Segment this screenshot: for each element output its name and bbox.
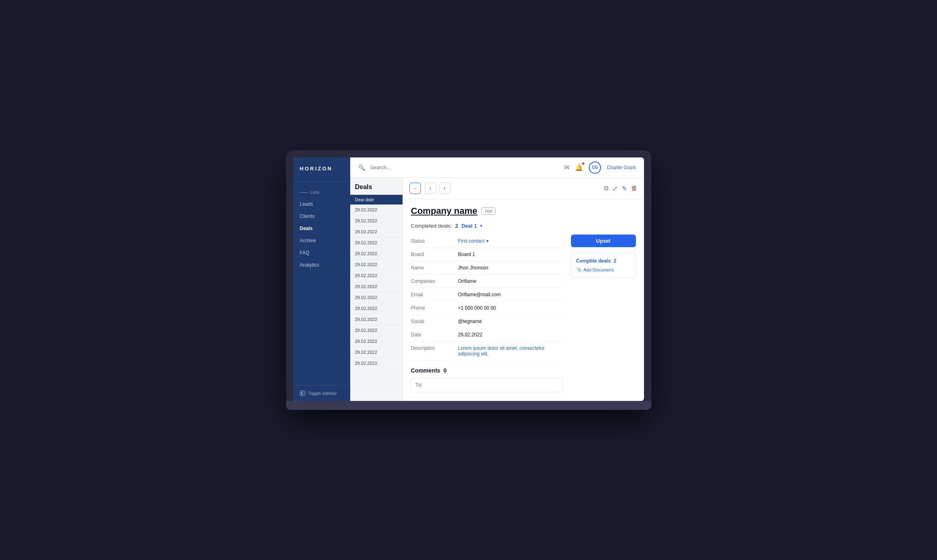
sidebar-item-leads[interactable]: Leads — [293, 198, 350, 210]
status-value[interactable]: First contact ▾ — [458, 238, 563, 244]
board-field-row: Board Board 1 — [411, 248, 563, 261]
search-input[interactable] — [370, 164, 560, 170]
deal-date-item[interactable]: 29.02.2022 — [350, 358, 403, 369]
add-document-button[interactable]: 📎 Add Documens — [576, 267, 631, 272]
svg-rect-1 — [301, 392, 302, 395]
date-field-row: Date 29.02.2022 — [411, 328, 563, 342]
name-field-row: Name Jhon Jhonson — [411, 261, 563, 275]
completed-deals-label: Completed deals: — [411, 223, 452, 229]
detail-actions: ⧉ ⤢ ✎ 🗑 — [604, 185, 638, 192]
phone-label: Phone — [411, 305, 452, 311]
phone-value: +1 000 000 00 00 — [458, 305, 563, 311]
sidebar-nav: Lists Leads Clients Deals Archive FAQ An… — [293, 182, 350, 385]
notifications-icon[interactable]: 🔔 — [575, 164, 583, 171]
comments-section: Comments 0 — [411, 367, 563, 392]
detail-fields: Status First contact ▾ Board — [411, 235, 563, 392]
description-field-row: Description Lorem ipsum dolor sit amet, … — [411, 342, 563, 361]
sidebar-item-analytics[interactable]: Analytics — [293, 259, 350, 271]
sidebar-item-deals[interactable]: Deals — [293, 222, 350, 235]
board-label: Board — [411, 252, 452, 257]
complite-deals-title: Complite deals 2 — [576, 258, 631, 264]
deals-title: Deals — [350, 178, 403, 195]
deal-date-item[interactable]: 29.02.2022 — [350, 237, 403, 248]
deal-date-item[interactable]: 29.02.2022 — [350, 248, 403, 259]
deal-date-item[interactable]: 29.02.2022 — [350, 215, 403, 226]
deal-date-item[interactable]: 29.02.2022 — [350, 259, 403, 270]
header: 🔍 ✉ 🔔 CG Charlie Grant — [350, 157, 644, 178]
app-logo: HORIZON — [293, 157, 350, 182]
toggle-sidebar-icon — [300, 390, 306, 396]
board-value: Board 1 — [458, 252, 563, 257]
search-icon: 🔍 — [358, 164, 365, 171]
date-label: Date — [411, 332, 452, 338]
user-name[interactable]: Charlie Grant — [607, 165, 635, 170]
navigate-next-button[interactable]: › — [439, 183, 450, 194]
social-field-row: Social @tegname — [411, 315, 563, 328]
social-value: @tegname — [458, 319, 563, 324]
avatar: CG — [589, 162, 601, 174]
upsel-button[interactable]: Upsel — [571, 235, 636, 247]
status-field-row: Status First contact ▾ — [411, 235, 563, 248]
edit-icon[interactable]: ✎ — [622, 185, 627, 192]
description-value: Lorem ipsum dolor sit amet, consectetur … — [458, 345, 563, 357]
sidebar: HORIZON Lists Leads Clients Deals Archiv… — [293, 157, 350, 401]
delete-icon[interactable]: 🗑 — [631, 185, 638, 192]
navigate-forward-button[interactable]: → — [409, 183, 421, 194]
complite-deals-count: 2 — [614, 258, 616, 264]
deal-date-item[interactable]: 29.02.2022 — [350, 347, 403, 358]
detail-header: → ‹ › ⧉ ⤢ ✎ 🗑 — [403, 178, 644, 199]
deal-date-item[interactable]: 29.02.2022 — [350, 226, 403, 237]
detail-sidebar: Upsel Complite deals 2 📎 Add — [571, 235, 636, 392]
status-label: Status — [411, 238, 452, 244]
phone-field-row: Phone +1 000 000 00 00 — [411, 302, 563, 315]
deal-date-column-header: Deal date — [350, 195, 403, 205]
content-area: Deals Deal date 29.02.2022 29.02.2022 29… — [350, 178, 644, 401]
sidebar-item-archive[interactable]: Archive — [293, 235, 350, 247]
expand-icon[interactable]: ⤢ — [612, 185, 618, 192]
mail-icon[interactable]: ✉ — [564, 164, 569, 171]
detail-body: Status First contact ▾ Board — [411, 235, 636, 392]
deal-link[interactable]: Deal 1 — [461, 223, 477, 229]
deal-date-item[interactable]: 29.02.2022 — [350, 325, 403, 336]
sidebar-divider: Lists — [293, 187, 350, 198]
sidebar-item-clients[interactable]: Clients — [293, 210, 350, 222]
deal-date-item[interactable]: 29.02.2022 — [350, 336, 403, 347]
deal-date-item[interactable]: 29.02.2022 — [350, 303, 403, 314]
header-actions: ✉ 🔔 CG Charlie Grant — [564, 162, 635, 174]
deals-panel: Deals Deal date 29.02.2022 29.02.2022 29… — [350, 178, 403, 401]
status-dropdown-icon[interactable]: ▾ — [486, 238, 489, 244]
main-content: 🔍 ✉ 🔔 CG Charlie Grant — [350, 157, 644, 401]
toggle-sidebar-label: Toggle sidebar — [308, 391, 337, 396]
date-value: 29.02.2022 — [458, 332, 563, 338]
companies-value: Oriflame — [458, 278, 563, 284]
company-title-row: Company name Hot — [411, 206, 636, 216]
companies-label: Companies — [411, 278, 452, 284]
completed-deals-count: 2 — [455, 223, 458, 229]
name-label: Name — [411, 265, 452, 271]
deal-date-item[interactable]: 29.02.2022 — [350, 314, 403, 325]
company-name: Company name — [411, 206, 478, 216]
deal-link-dropdown-icon[interactable]: ▾ — [480, 223, 483, 228]
deal-date-item[interactable]: 29.02.2022 — [350, 270, 403, 281]
detail-panel: → ‹ › ⧉ ⤢ ✎ 🗑 — [403, 178, 644, 401]
toggle-sidebar-button[interactable]: Toggle sidebar — [293, 385, 350, 401]
deal-date-item[interactable]: 29.02.2022 — [350, 281, 403, 292]
comments-input[interactable] — [411, 378, 563, 392]
document-icon: 📎 — [576, 267, 582, 272]
email-field-row: Email Oriflame@mail.com — [411, 288, 563, 302]
companies-field-row: Companies Oriflame — [411, 275, 563, 288]
copy-icon[interactable]: ⧉ — [604, 185, 608, 192]
sidebar-item-faq[interactable]: FAQ — [293, 247, 350, 259]
notification-badge — [582, 162, 585, 165]
email-label: Email — [411, 292, 452, 297]
description-label: Description — [411, 345, 452, 351]
navigate-prev-button[interactable]: ‹ — [425, 183, 436, 194]
deal-date-item[interactable]: 29.02.2022 — [350, 292, 403, 303]
deal-date-item[interactable]: 29.02.2022 — [350, 205, 403, 215]
nav-arrows-group: ‹ › — [425, 183, 452, 194]
email-value: Oriflame@mail.com — [458, 292, 563, 297]
deal-dates-list: 29.02.2022 29.02.2022 29.02.2022 29.02.2… — [350, 205, 403, 369]
comments-count: 0 — [444, 367, 447, 374]
name-value: Jhon Jhonson — [458, 265, 563, 271]
comments-header: Comments 0 — [411, 367, 563, 374]
